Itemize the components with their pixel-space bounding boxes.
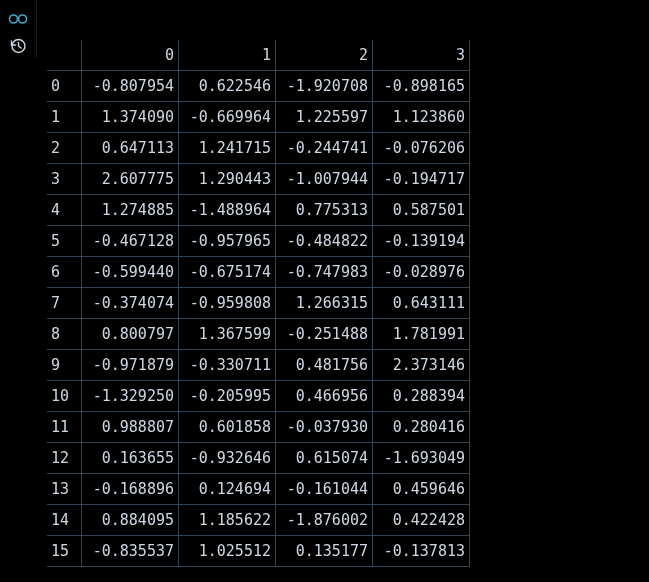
cell-value: 0.280416 <box>373 412 470 443</box>
cell-value: 0.163655 <box>82 443 179 474</box>
history-icon[interactable] <box>6 34 30 58</box>
cell-value: -0.137813 <box>373 536 470 567</box>
cell-value: -1.920708 <box>276 71 373 102</box>
column-header: 0 <box>82 40 179 71</box>
table-row: 15-0.835537 1.025512 0.135177-0.137813 <box>47 536 470 567</box>
row-index: 7 <box>47 288 82 319</box>
cell-value: -0.330711 <box>179 350 276 381</box>
row-index: 13 <box>47 474 82 505</box>
row-index: 4 <box>47 195 82 226</box>
row-index: 15 <box>47 536 82 567</box>
cell-value: 1.025512 <box>179 536 276 567</box>
cell-output: 0123 0-0.807954 0.622546-1.920708-0.8981… <box>37 0 482 582</box>
cell-value: -0.374074 <box>82 288 179 319</box>
cell-value: 0.647113 <box>82 133 179 164</box>
table-row: 14 0.884095 1.185622-1.876002 0.422428 <box>47 505 470 536</box>
cell-value: -0.959808 <box>179 288 276 319</box>
cell-value: -0.747983 <box>276 257 373 288</box>
cell-value: 0.124694 <box>179 474 276 505</box>
cell-value: -0.244741 <box>276 133 373 164</box>
row-index: 3 <box>47 164 82 195</box>
glasses-icon[interactable] <box>6 6 30 30</box>
cell-value: 0.422428 <box>373 505 470 536</box>
cell-value: 2.607775 <box>82 164 179 195</box>
cell-value: -0.971879 <box>82 350 179 381</box>
row-index: 9 <box>47 350 82 381</box>
cell-value: 1.781991 <box>373 319 470 350</box>
row-index: 11 <box>47 412 82 443</box>
cell-value: -1.693049 <box>373 443 470 474</box>
cell-value: 0.288394 <box>373 381 470 412</box>
cell-value: 1.374090 <box>82 102 179 133</box>
cell-value: 0.135177 <box>276 536 373 567</box>
row-index: 10 <box>47 381 82 412</box>
cell-value: -1.488964 <box>179 195 276 226</box>
cell-value: -0.161044 <box>276 474 373 505</box>
cell-value: -0.076206 <box>373 133 470 164</box>
table-row: 1 1.374090-0.669964 1.225597 1.123860 <box>47 102 470 133</box>
cell-value: -0.599440 <box>82 257 179 288</box>
cell-value: 1.290443 <box>179 164 276 195</box>
cell-gutter <box>0 0 37 58</box>
table-row: 4 1.274885-1.488964 0.775313 0.587501 <box>47 195 470 226</box>
row-index: 2 <box>47 133 82 164</box>
table-row: 2 0.647113 1.241715-0.244741-0.076206 <box>47 133 470 164</box>
table-row: 3 2.607775 1.290443-1.007944-0.194717 <box>47 164 470 195</box>
cell-value: 0.481756 <box>276 350 373 381</box>
cell-value: 0.615074 <box>276 443 373 474</box>
cell-value: -0.669964 <box>179 102 276 133</box>
cell-value: 0.587501 <box>373 195 470 226</box>
cell-value: 0.622546 <box>179 71 276 102</box>
cell-value: -0.205995 <box>179 381 276 412</box>
cell-value: 0.601858 <box>179 412 276 443</box>
header-corner <box>47 40 82 71</box>
cell-value: -0.932646 <box>179 443 276 474</box>
row-index: 1 <box>47 102 82 133</box>
dataframe-table: 0123 0-0.807954 0.622546-1.920708-0.8981… <box>47 40 470 567</box>
cell-value: -0.168896 <box>82 474 179 505</box>
cell-value: -0.835537 <box>82 536 179 567</box>
svg-point-1 <box>19 15 27 23</box>
cell-value: 0.800797 <box>82 319 179 350</box>
row-index: 5 <box>47 226 82 257</box>
cell-value: -0.898165 <box>373 71 470 102</box>
cell-value: -0.251488 <box>276 319 373 350</box>
cell-value: 0.988807 <box>82 412 179 443</box>
cell-value: -0.484822 <box>276 226 373 257</box>
row-index: 8 <box>47 319 82 350</box>
cell-value: -0.807954 <box>82 71 179 102</box>
cell-value: -0.957965 <box>179 226 276 257</box>
cell-value: 1.241715 <box>179 133 276 164</box>
cell-value: 0.884095 <box>82 505 179 536</box>
table-row: 7-0.374074-0.959808 1.266315 0.643111 <box>47 288 470 319</box>
cell-value: 1.225597 <box>276 102 373 133</box>
table-row: 12 0.163655-0.932646 0.615074-1.693049 <box>47 443 470 474</box>
cell-value: 1.266315 <box>276 288 373 319</box>
cell-value: 1.274885 <box>82 195 179 226</box>
cell-value: -1.329250 <box>82 381 179 412</box>
cell-value: 1.367599 <box>179 319 276 350</box>
svg-point-0 <box>10 15 18 23</box>
cell-value: -0.467128 <box>82 226 179 257</box>
cell-value: -1.876002 <box>276 505 373 536</box>
cell-value: 1.123860 <box>373 102 470 133</box>
column-header: 3 <box>373 40 470 71</box>
table-row: 6-0.599440-0.675174-0.747983-0.028976 <box>47 257 470 288</box>
column-header: 1 <box>179 40 276 71</box>
cell-value: 2.373146 <box>373 350 470 381</box>
cell-value: 1.185622 <box>179 505 276 536</box>
table-row: 11 0.988807 0.601858-0.037930 0.280416 <box>47 412 470 443</box>
cell-value: -0.194717 <box>373 164 470 195</box>
table-row: 13-0.168896 0.124694-0.161044 0.459646 <box>47 474 470 505</box>
cell-value: -0.139194 <box>373 226 470 257</box>
column-header: 2 <box>276 40 373 71</box>
table-row: 8 0.800797 1.367599-0.251488 1.781991 <box>47 319 470 350</box>
table-row: 9-0.971879-0.330711 0.481756 2.373146 <box>47 350 470 381</box>
cell-value: 0.775313 <box>276 195 373 226</box>
cell-value: -0.675174 <box>179 257 276 288</box>
cell-value: -1.007944 <box>276 164 373 195</box>
cell-value: -0.037930 <box>276 412 373 443</box>
table-row: 5-0.467128-0.957965-0.484822-0.139194 <box>47 226 470 257</box>
cell-value: 0.643111 <box>373 288 470 319</box>
cell-value: 0.459646 <box>373 474 470 505</box>
